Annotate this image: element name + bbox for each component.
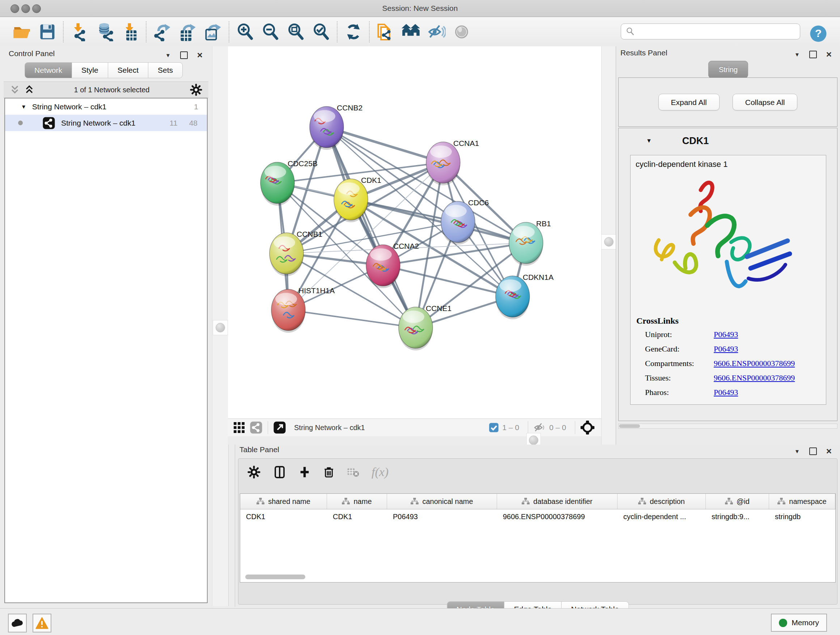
gene-details-box: cyclin-dependent kinase 1 CrossLinks Uni… bbox=[630, 155, 826, 405]
add-column-icon[interactable] bbox=[298, 465, 311, 479]
network-node-RB1[interactable]: RB1 bbox=[509, 219, 551, 266]
warnings-button[interactable] bbox=[33, 614, 51, 632]
network-selection-bar: 1 of 1 Network selected bbox=[4, 81, 208, 98]
tree-expander-icon[interactable]: ▼ bbox=[21, 103, 27, 110]
gray-sphere-icon[interactable] bbox=[449, 20, 474, 43]
results-panel-float-icon[interactable] bbox=[809, 51, 817, 58]
crosslink-value[interactable]: P06493 bbox=[714, 330, 738, 339]
node-label-CCNA2: CCNA2 bbox=[393, 242, 419, 250]
node-label-CCNB2: CCNB2 bbox=[337, 103, 363, 112]
zoom-fit-tool-icon[interactable] bbox=[283, 20, 309, 43]
import-table-icon[interactable] bbox=[118, 20, 143, 43]
network-tree-row-selected[interactable]: String Network – cdk1 11 48 bbox=[5, 115, 207, 131]
table-hscroll-thumb[interactable] bbox=[245, 575, 305, 579]
network-node-CCNA1[interactable]: CCNA1 bbox=[426, 139, 479, 185]
import-network-icon[interactable] bbox=[67, 20, 92, 43]
crosslinks-title: CrossLinks bbox=[630, 312, 826, 327]
node-label-HIST1H1A: HIST1H1A bbox=[298, 287, 335, 295]
grid-view-icon[interactable] bbox=[234, 422, 245, 433]
zoom-selected-tool-icon[interactable] bbox=[309, 20, 334, 43]
node-label-CDC6: CDC6 bbox=[468, 198, 489, 207]
network-node-CCNA2[interactable]: CCNA2 bbox=[366, 242, 419, 288]
cloud-button[interactable] bbox=[8, 614, 27, 632]
detach-view-icon[interactable] bbox=[273, 421, 286, 434]
column-header-canonical-name[interactable]: canonical name bbox=[387, 494, 497, 509]
refresh-icon[interactable] bbox=[341, 20, 366, 43]
memory-status-icon bbox=[779, 619, 787, 627]
tab-string[interactable]: String bbox=[708, 61, 748, 78]
import-database-icon[interactable] bbox=[92, 20, 118, 43]
collapse-all-icon[interactable] bbox=[10, 85, 19, 95]
table-row[interactable]: CDK1CDK1P064939606.ENSP00000378699cyclin… bbox=[240, 509, 835, 524]
left-splitter-handle[interactable] bbox=[213, 320, 228, 335]
hide-glasses-icon[interactable] bbox=[424, 20, 449, 43]
birdseye-icon[interactable] bbox=[580, 420, 595, 435]
column-header-namespace[interactable]: namespace bbox=[769, 494, 835, 509]
export-network-icon[interactable] bbox=[150, 20, 175, 43]
share-view-icon[interactable] bbox=[249, 421, 263, 434]
network-node-CDK1[interactable]: CDK1 bbox=[334, 176, 381, 222]
results-panel-close-icon[interactable]: × bbox=[826, 51, 832, 57]
right-splitter-handle[interactable] bbox=[601, 234, 616, 249]
results-panel-collapse-icon[interactable]: ▼ bbox=[794, 51, 800, 57]
horizontal-splitter[interactable] bbox=[228, 436, 601, 445]
tab-network[interactable]: Network bbox=[25, 62, 72, 78]
export-table-icon[interactable] bbox=[175, 20, 201, 43]
expand-all-button[interactable]: Expand All bbox=[658, 94, 720, 111]
tab-select[interactable]: Select bbox=[108, 62, 148, 78]
node-label-CCNB1: CCNB1 bbox=[297, 230, 322, 238]
hidden-eye-icon[interactable] bbox=[533, 421, 546, 434]
column-header-@id[interactable]: @id bbox=[706, 494, 769, 509]
expand-all-icon[interactable] bbox=[25, 85, 34, 95]
tab-style[interactable]: Style bbox=[72, 62, 108, 78]
crosslink-value[interactable]: P06493 bbox=[714, 388, 738, 397]
string-document-icon[interactable] bbox=[373, 20, 398, 43]
control-panel-collapse-icon[interactable]: ▼ bbox=[165, 52, 171, 58]
crosslink-value[interactable]: 9606.ENSP00000378699 bbox=[714, 359, 795, 368]
string-homes-icon[interactable] bbox=[398, 20, 424, 43]
open-folder-icon[interactable] bbox=[9, 20, 35, 43]
network-node-CCNE1[interactable]: CCNE1 bbox=[399, 304, 452, 350]
control-panel-float-icon[interactable] bbox=[180, 51, 188, 59]
network-canvas[interactable]: CCNB2CCNA1CDC25BCDK1CDC6RB1CCNB1CCNA2CDK… bbox=[228, 46, 601, 418]
table-cell: CDK1 bbox=[240, 509, 327, 524]
table-panel-collapse-icon[interactable]: ▼ bbox=[794, 448, 800, 454]
column-header-description[interactable]: description bbox=[617, 494, 706, 509]
crosslink-row: Compartments:9606.ENSP00000378699 bbox=[630, 356, 826, 371]
selected-checkbox-icon[interactable] bbox=[489, 423, 499, 432]
network-node-HIST1H1A[interactable]: HIST1H1A bbox=[271, 287, 335, 333]
column-header-name[interactable]: name bbox=[327, 494, 387, 509]
table-panel-close-icon[interactable]: × bbox=[826, 448, 832, 454]
table-panel-float-icon[interactable] bbox=[809, 448, 817, 455]
right-splitter[interactable] bbox=[601, 46, 616, 445]
zoom-in-tool-icon[interactable] bbox=[233, 20, 258, 43]
gene-name: CDK1 bbox=[682, 135, 709, 147]
control-panel-close-icon[interactable]: × bbox=[197, 52, 202, 58]
tab-sets[interactable]: Sets bbox=[148, 62, 183, 78]
gene-expander-icon[interactable]: ▼ bbox=[646, 138, 652, 144]
show-columns-icon[interactable] bbox=[273, 465, 286, 479]
search-input[interactable] bbox=[635, 27, 800, 36]
network-node-CDKN1A[interactable]: CDKN1A bbox=[496, 273, 554, 319]
zoom-out-tool-icon[interactable] bbox=[258, 20, 283, 43]
table-gear-icon[interactable] bbox=[247, 465, 261, 479]
column-header-database-identifier[interactable]: database identifier bbox=[497, 494, 617, 509]
results-scrollbar[interactable] bbox=[618, 424, 837, 429]
search-box[interactable] bbox=[621, 24, 800, 40]
collapse-all-button[interactable]: Collapse All bbox=[733, 94, 798, 111]
help-button[interactable]: ? bbox=[808, 22, 829, 45]
table-cell: P06493 bbox=[387, 509, 497, 524]
table-panel: Table Panel ▼ × f(x) shared namenamecano… bbox=[235, 445, 840, 607]
gear-icon[interactable] bbox=[189, 83, 202, 96]
crosslink-value[interactable]: 9606.ENSP00000378699 bbox=[714, 373, 795, 383]
network-tree-root-row[interactable]: ▼ String Network – cdk1 1 bbox=[5, 98, 207, 115]
memory-button[interactable]: Memory bbox=[771, 614, 827, 632]
delete-column-icon[interactable] bbox=[323, 465, 335, 479]
save-icon[interactable] bbox=[35, 20, 60, 43]
node-table[interactable]: shared namenamecanonical namedatabase id… bbox=[240, 494, 836, 583]
column-header-shared-name[interactable]: shared name bbox=[240, 494, 327, 509]
gene-section-box: ▼ CDK1 cyclin-dependent kinase 1 CrossLi… bbox=[618, 128, 837, 421]
left-splitter[interactable] bbox=[212, 46, 229, 606]
crosslink-value[interactable]: P06493 bbox=[714, 344, 738, 354]
export-image-icon[interactable] bbox=[201, 20, 226, 43]
